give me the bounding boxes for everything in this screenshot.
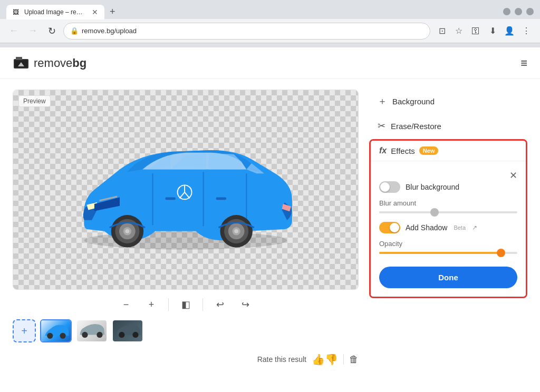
effects-close-row: ✕ [379, 170, 517, 181]
secure-icon: 🔒 [70, 27, 79, 35]
blur-slider-thumb[interactable] [430, 208, 439, 217]
svg-point-19 [82, 332, 88, 338]
active-tab[interactable]: 🖼 Upload Image – remove.bg ✕ [6, 5, 104, 19]
add-image-button[interactable]: + [13, 319, 36, 342]
svg-point-21 [119, 332, 124, 338]
external-link-icon: ↗ [472, 224, 477, 231]
image-toolbar: − + ◧ ↩ ↪ [13, 296, 359, 313]
rate-label: Rate this result [257, 355, 306, 364]
effects-close-button[interactable]: ✕ [509, 170, 517, 181]
tab-title: Upload Image – remove.bg [24, 8, 88, 16]
app-content: Preview [0, 79, 540, 392]
opacity-slider-track [379, 252, 517, 254]
toolbar-actions: ⊡ ☆ ⚿ ⬇ 👤 ⋮ [435, 24, 534, 38]
close-button[interactable]: ✕ [526, 8, 534, 15]
car-svg [54, 116, 317, 263]
title-bar: 🖼 Upload Image – remove.bg ✕ + — □ ✕ [0, 0, 540, 19]
svg-point-15 [234, 229, 238, 233]
thumbs-down-button[interactable]: 👎 [325, 353, 338, 366]
reload-button[interactable]: ↻ [44, 24, 59, 38]
done-button[interactable]: Done [379, 267, 517, 288]
blur-amount-label: Blur amount [379, 199, 517, 207]
compare-button[interactable]: ◧ [177, 296, 194, 313]
extensions-button[interactable]: ⚿ [468, 24, 483, 38]
menu-button[interactable]: ⋮ [519, 24, 534, 38]
opacity-slider-thumb[interactable] [497, 249, 505, 257]
new-badge: New [419, 146, 439, 155]
effects-label: Effects [391, 146, 415, 155]
car-image [13, 90, 358, 289]
image-canvas: Preview [13, 90, 359, 290]
window-controls: — □ ✕ [503, 8, 534, 15]
svg-point-17 [47, 333, 53, 339]
rate-separator [343, 354, 344, 365]
address-text: remove.bg/upload [82, 27, 423, 35]
logo-icon [13, 55, 30, 72]
blur-background-row: Blur background [379, 181, 517, 193]
new-tab-button[interactable]: + [105, 4, 120, 19]
thumb-placeholder-2 [77, 320, 107, 341]
thumbnail-1[interactable] [40, 319, 72, 342]
rate-section: Rate this result 👍 👎 🗑 [13, 353, 359, 366]
zoom-out-button[interactable]: − [118, 296, 134, 313]
tab-favicon: 🖼 [13, 8, 20, 16]
background-icon: ＋ [378, 95, 387, 107]
hamburger-menu[interactable]: ≡ [520, 56, 527, 70]
svg-point-10 [126, 229, 130, 233]
effects-panel: fx Effects New ✕ Blur background [369, 139, 527, 298]
svg-point-20 [97, 332, 102, 338]
thumb-placeholder-3 [113, 320, 142, 341]
thumbs-up-button[interactable]: 👍 [312, 353, 325, 366]
logo: removebg [13, 55, 86, 72]
add-shadow-toggle[interactable] [379, 222, 400, 233]
opacity-label: Opacity [379, 240, 517, 248]
forward-button[interactable]: → [25, 24, 40, 38]
tab-close-button[interactable]: ✕ [92, 8, 98, 16]
download-button[interactable]: ⬇ [485, 24, 500, 38]
effects-header[interactable]: fx Effects New [371, 141, 526, 161]
minimize-button[interactable]: — [503, 8, 510, 15]
thumbnail-3[interactable] [112, 319, 143, 342]
svg-point-22 [132, 332, 138, 338]
bookmark-button[interactable]: ☆ [451, 24, 466, 38]
beta-badge: Beta [454, 224, 466, 231]
preview-label: Preview [18, 95, 51, 107]
redo-button[interactable]: ↪ [237, 296, 254, 313]
blur-amount-section: Blur amount [379, 199, 517, 213]
thumb-placeholder-1 [41, 320, 71, 341]
image-area: Preview [13, 90, 359, 381]
browser-chrome: 🖼 Upload Image – remove.bg ✕ + — □ ✕ ← →… [0, 0, 540, 47]
toolbar-separator-2 [202, 298, 203, 311]
erase-restore-button[interactable]: ✂ Erase/Restore [369, 115, 527, 137]
logo-text: removebg [34, 56, 86, 70]
shadow-toggle-knob [390, 223, 399, 232]
erase-restore-label: Erase/Restore [391, 122, 441, 131]
background-label: Background [392, 97, 435, 106]
delete-button[interactable]: 🗑 [349, 354, 359, 365]
zoom-in-button[interactable]: + [143, 296, 160, 313]
profile-button[interactable]: 👤 [502, 24, 517, 38]
svg-rect-4 [166, 197, 176, 200]
tab-strip: 🖼 Upload Image – remove.bg ✕ + [6, 4, 120, 19]
back-button[interactable]: ← [6, 24, 21, 38]
blur-background-toggle[interactable] [379, 181, 400, 193]
app-header: removebg ≡ [0, 47, 540, 79]
thumbnails-row: + [13, 319, 359, 342]
erase-icon: ✂ [378, 120, 385, 132]
blur-toggle-knob [380, 182, 390, 192]
opacity-section: Opacity [379, 240, 517, 254]
fx-icon: fx [379, 146, 387, 155]
blur-slider-fill [379, 211, 435, 213]
app: removebg ≡ Preview [0, 47, 540, 392]
add-icon: + [21, 325, 27, 337]
add-shadow-label: Add Shadow [406, 223, 447, 232]
toolbar-separator [168, 298, 169, 311]
background-button[interactable]: ＋ Background [369, 90, 527, 113]
thumbnail-2[interactable] [76, 319, 108, 342]
address-bar[interactable]: 🔒 remove.bg/upload [63, 23, 430, 40]
svg-point-18 [60, 333, 65, 339]
cast-button[interactable]: ⊡ [435, 24, 449, 38]
undo-button[interactable]: ↩ [211, 296, 228, 313]
maximize-button[interactable]: □ [515, 8, 522, 15]
svg-rect-5 [216, 197, 226, 200]
